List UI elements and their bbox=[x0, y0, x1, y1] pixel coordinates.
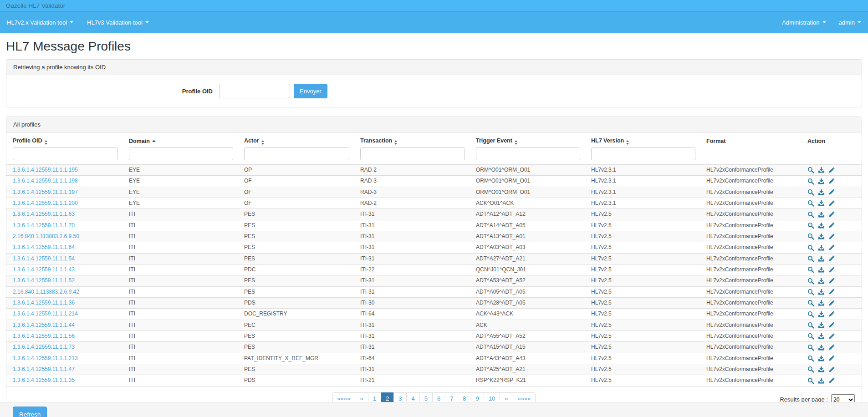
edit-icon[interactable] bbox=[828, 267, 835, 273]
edit-icon[interactable] bbox=[828, 377, 835, 384]
filter-input-profile-oid[interactable] bbox=[13, 147, 118, 160]
profile-oid-link[interactable]: 1.3.6.1.4.12559.11.1.1.35 bbox=[13, 377, 75, 383]
download-icon[interactable] bbox=[818, 322, 825, 329]
filter-input-trigger-event[interactable] bbox=[476, 147, 580, 160]
sort-icon[interactable] bbox=[45, 140, 47, 145]
menu-admin-user[interactable]: admin bbox=[839, 19, 861, 26]
edit-icon[interactable] bbox=[828, 244, 835, 251]
download-icon[interactable] bbox=[818, 200, 825, 207]
edit-icon[interactable] bbox=[828, 222, 835, 229]
menu-hl7v3-validation-tool[interactable]: HL7v3 Validation tool bbox=[87, 19, 149, 26]
search-icon[interactable] bbox=[807, 255, 814, 262]
edit-icon[interactable] bbox=[828, 189, 835, 195]
download-icon[interactable] bbox=[818, 167, 825, 173]
download-icon[interactable] bbox=[818, 289, 825, 295]
menu-administration[interactable]: Administration bbox=[782, 19, 826, 26]
envoyer-button[interactable]: Envoyer bbox=[294, 84, 327, 98]
profile-oid-link[interactable]: 1.3.6.1.4.12559.11.1.1.214 bbox=[13, 310, 78, 317]
profile-oid-link[interactable]: 2.16.840.1.113883.2.6.9.50 bbox=[13, 233, 79, 239]
download-icon[interactable] bbox=[818, 311, 825, 318]
search-icon[interactable] bbox=[807, 211, 814, 218]
search-icon[interactable] bbox=[807, 266, 814, 273]
edit-icon[interactable] bbox=[828, 355, 835, 361]
search-icon[interactable] bbox=[807, 167, 814, 173]
sort-icon[interactable] bbox=[515, 140, 517, 145]
edit-icon[interactable] bbox=[828, 322, 835, 328]
profile-oid-link[interactable]: 1.3.6.1.4.12559.11.1.1.43 bbox=[13, 266, 75, 273]
search-icon[interactable] bbox=[807, 289, 814, 295]
edit-icon[interactable] bbox=[828, 234, 835, 240]
search-icon[interactable] bbox=[807, 377, 814, 384]
download-icon[interactable] bbox=[818, 344, 825, 351]
download-icon[interactable] bbox=[818, 233, 825, 240]
edit-icon[interactable] bbox=[828, 300, 835, 306]
profile-oid-link[interactable]: 1.3.6.1.4.12559.11.1.1.56 bbox=[13, 333, 75, 339]
column-header-hl7-version[interactable]: HL7 Version bbox=[585, 132, 700, 146]
download-icon[interactable] bbox=[818, 189, 825, 196]
profile-oid-link[interactable]: 1.3.6.1.4.12559.11.1.1.52 bbox=[13, 277, 75, 284]
column-header-actor[interactable]: Actor bbox=[238, 132, 354, 146]
search-icon[interactable] bbox=[807, 366, 814, 373]
edit-icon[interactable] bbox=[828, 333, 835, 340]
download-icon[interactable] bbox=[818, 377, 825, 384]
search-icon[interactable] bbox=[807, 233, 814, 240]
column-header-profile-oid[interactable]: Profile OID bbox=[6, 132, 123, 146]
edit-icon[interactable] bbox=[828, 344, 835, 351]
profile-oid-link[interactable]: 1.3.6.1.4.12559.11.1.1.213 bbox=[13, 355, 78, 361]
profile-oid-link[interactable]: 1.3.6.1.4.12559.11.1.1.44 bbox=[13, 322, 75, 328]
column-header-domain[interactable]: Domain bbox=[123, 132, 238, 146]
column-header-transaction[interactable]: Transaction bbox=[354, 132, 470, 146]
column-header-trigger-event[interactable]: Trigger Event bbox=[470, 132, 585, 146]
profile-oid-link[interactable]: 1.3.6.1.4.12559.11.1.1.198 bbox=[13, 178, 78, 184]
download-icon[interactable] bbox=[818, 211, 825, 218]
search-icon[interactable] bbox=[807, 355, 814, 362]
edit-icon[interactable] bbox=[828, 278, 835, 284]
profile-oid-link[interactable]: 1.3.6.1.4.12559.11.1.1.36 bbox=[13, 300, 75, 306]
profile-oid-link[interactable]: 1.3.6.1.4.12559.11.1.1.73 bbox=[13, 344, 75, 350]
filter-input-hl7-version[interactable] bbox=[591, 147, 695, 160]
edit-icon[interactable] bbox=[828, 289, 835, 295]
search-icon[interactable] bbox=[807, 344, 814, 351]
download-icon[interactable] bbox=[818, 266, 825, 273]
profile-oid-link[interactable]: 1.3.6.1.4.12559.11.1.1.70 bbox=[13, 222, 75, 229]
download-icon[interactable] bbox=[818, 300, 825, 306]
filter-input-transaction[interactable] bbox=[360, 147, 465, 160]
search-icon[interactable] bbox=[807, 189, 814, 196]
profile-oid-link[interactable]: 1.3.6.1.4.12559.11.1.1.64 bbox=[13, 244, 75, 250]
edit-icon[interactable] bbox=[828, 178, 835, 184]
search-icon[interactable] bbox=[807, 244, 814, 251]
sort-asc-icon[interactable] bbox=[152, 140, 156, 142]
edit-icon[interactable] bbox=[828, 167, 835, 173]
edit-icon[interactable] bbox=[828, 211, 835, 218]
download-icon[interactable] bbox=[818, 355, 825, 362]
search-icon[interactable] bbox=[807, 200, 814, 207]
profile-oid-link[interactable]: 1.3.6.1.4.12559.11.1.1.200 bbox=[13, 200, 78, 206]
sort-icon[interactable] bbox=[261, 140, 264, 145]
download-icon[interactable] bbox=[818, 244, 825, 251]
profile-oid-link[interactable]: 1.3.6.1.4.12559.11.1.1.195 bbox=[13, 167, 78, 173]
refresh-button[interactable]: Refresh bbox=[13, 407, 47, 417]
search-icon[interactable] bbox=[807, 222, 814, 229]
search-icon[interactable] bbox=[807, 322, 814, 329]
edit-icon[interactable] bbox=[828, 200, 835, 207]
profile-oid-link[interactable]: 1.3.6.1.4.12559.11.1.1.63 bbox=[13, 211, 75, 217]
sort-icon[interactable] bbox=[626, 140, 629, 145]
search-icon[interactable] bbox=[807, 311, 814, 318]
profile-oid-link[interactable]: 1.3.6.1.4.12559.11.1.1.47 bbox=[13, 366, 75, 372]
search-icon[interactable] bbox=[807, 178, 814, 185]
search-icon[interactable] bbox=[807, 278, 814, 285]
edit-icon[interactable] bbox=[828, 255, 835, 262]
sort-icon[interactable] bbox=[394, 140, 397, 145]
filter-input-actor[interactable] bbox=[244, 147, 349, 160]
download-icon[interactable] bbox=[818, 222, 825, 229]
profile-oid-input[interactable] bbox=[219, 84, 290, 98]
filter-input-domain[interactable] bbox=[129, 147, 233, 160]
profile-oid-link[interactable]: 2.16.840.1.113883.2.6.9.42 bbox=[13, 289, 79, 295]
download-icon[interactable] bbox=[818, 366, 825, 373]
edit-icon[interactable] bbox=[828, 366, 835, 373]
download-icon[interactable] bbox=[818, 255, 825, 262]
search-icon[interactable] bbox=[807, 300, 814, 306]
search-icon[interactable] bbox=[807, 333, 814, 340]
download-icon[interactable] bbox=[818, 178, 825, 185]
download-icon[interactable] bbox=[818, 333, 825, 340]
